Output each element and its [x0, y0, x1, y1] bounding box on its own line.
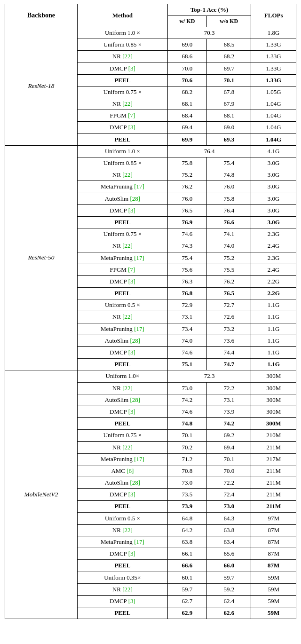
flops-cell: 4.1G [251, 145, 296, 157]
without-kd-cell: 74.2 [207, 418, 251, 430]
without-kd-cell: 70.1 [207, 453, 251, 465]
flops-cell: 211M [251, 465, 296, 477]
method-cell: DMCP [3] [78, 347, 168, 359]
without-kd-cell: 74.8 [207, 169, 251, 181]
without-kd-cell: 68.2 [207, 51, 251, 63]
with-kd-cell: 74.3 [167, 240, 206, 252]
with-kd-cell: 74.6 [167, 406, 206, 417]
with-kd-cell: 73.0 [167, 382, 206, 394]
method-cell: PEEL [78, 134, 168, 145]
method-cell: AMC [6] [78, 465, 168, 477]
with-kd-cell: 70.0 [167, 63, 206, 74]
method-cell: DMCP [3] [78, 204, 168, 216]
with-kd-cell: 70.1 [167, 430, 206, 441]
flops-cell: 2.2G [251, 288, 296, 299]
without-kd-cell: 73.6 [207, 335, 251, 346]
flops-cell: 2.3G [251, 228, 296, 240]
method-cell: NR [22] [78, 240, 168, 252]
with-kd-cell: 69.4 [167, 122, 206, 134]
method-cell: AutoSlim [28] [78, 193, 168, 204]
without-kd-cell: 72.2 [207, 382, 251, 394]
header-flops: FLOPs [251, 4, 296, 27]
flops-cell: 2.3G [251, 252, 296, 264]
with-kd-cell: 63.8 [167, 536, 206, 548]
without-kd-cell: 76.5 [207, 288, 251, 299]
method-cell: MetaPruning [17] [78, 181, 168, 193]
without-kd-cell: 69.3 [207, 134, 251, 145]
flops-cell: 1.04G [251, 122, 296, 134]
method-cell: Uniform 0.75 × [78, 430, 168, 441]
table-wrapper: Backbone Method Top-1 Acc (%) FLOPs w/ K… [0, 0, 301, 623]
method-cell: AutoSlim [28] [78, 477, 168, 489]
flops-cell: 3.0G [251, 157, 296, 169]
without-kd-cell: 62.6 [207, 607, 251, 619]
method-cell: Uniform 0.5 × [78, 512, 168, 524]
method-cell: PEEL [78, 288, 168, 299]
flops-cell: 59M [251, 583, 296, 595]
method-cell: Uniform 0.5 × [78, 299, 168, 311]
method-cell: Uniform 0.35× [78, 572, 168, 583]
method-cell: MetaPruning [17] [78, 252, 168, 264]
with-kd-cell: 71.2 [167, 453, 206, 465]
merged-acc-cell: 76.4 [167, 145, 251, 157]
method-cell: Uniform 1.0× [78, 370, 168, 382]
flops-cell: 1.33G [251, 39, 296, 51]
method-cell: PEEL [78, 560, 168, 572]
without-kd-cell: 73.9 [207, 406, 251, 417]
flops-cell: 59M [251, 607, 296, 619]
without-kd-cell: 72.7 [207, 299, 251, 311]
method-cell: FPGM [7] [78, 110, 168, 122]
flops-cell: 217M [251, 453, 296, 465]
with-kd-cell: 75.6 [167, 264, 206, 275]
method-cell: NR [22] [78, 441, 168, 453]
backbone-cell: ResNet-50 [5, 145, 78, 370]
method-cell: Uniform 0.85 × [78, 39, 168, 51]
method-cell: AutoSlim [28] [78, 335, 168, 346]
without-kd-cell: 69.2 [207, 430, 251, 441]
with-kd-cell: 68.4 [167, 110, 206, 122]
method-cell: Uniform 0.75 × [78, 228, 168, 240]
with-kd-cell: 70.6 [167, 74, 206, 86]
without-kd-cell: 76.2 [207, 275, 251, 287]
with-kd-cell: 69.0 [167, 39, 206, 51]
flops-cell: 3.0G [251, 181, 296, 193]
method-cell: PEEL [78, 501, 168, 512]
flops-cell: 87M [251, 560, 296, 572]
flops-cell: 1.1G [251, 359, 296, 370]
without-kd-cell: 73.2 [207, 323, 251, 335]
with-kd-cell: 73.0 [167, 477, 206, 489]
flops-cell: 300M [251, 382, 296, 394]
with-kd-cell: 73.1 [167, 311, 206, 323]
flops-cell: 1.1G [251, 311, 296, 323]
flops-cell: 210M [251, 430, 296, 441]
method-cell: DMCP [3] [78, 548, 168, 560]
flops-cell: 211M [251, 501, 296, 512]
flops-cell: 1.04G [251, 98, 296, 110]
method-cell: MetaPruning [17] [78, 453, 168, 465]
method-cell: Uniform 0.85 × [78, 157, 168, 169]
without-kd-cell: 63.8 [207, 524, 251, 536]
with-kd-cell: 66.6 [167, 560, 206, 572]
results-table: Backbone Method Top-1 Acc (%) FLOPs w/ K… [5, 4, 296, 619]
without-kd-cell: 74.7 [207, 359, 251, 370]
method-cell: DMCP [3] [78, 406, 168, 417]
without-kd-cell: 73.1 [207, 394, 251, 406]
flops-cell: 1.1G [251, 299, 296, 311]
merged-acc-cell: 72.3 [167, 370, 251, 382]
with-kd-cell: 73.9 [167, 501, 206, 512]
flops-cell: 211M [251, 441, 296, 453]
with-kd-cell: 74.0 [167, 335, 206, 346]
flops-cell: 1.04G [251, 110, 296, 122]
flops-cell: 300M [251, 418, 296, 430]
method-cell: Uniform 0.75 × [78, 86, 168, 98]
without-kd-cell: 66.0 [207, 560, 251, 572]
method-cell: DMCP [3] [78, 489, 168, 501]
without-kd-cell: 72.6 [207, 311, 251, 323]
with-kd-cell: 74.8 [167, 418, 206, 430]
method-cell: PEEL [78, 359, 168, 370]
flops-cell: 300M [251, 394, 296, 406]
with-kd-cell: 76.5 [167, 204, 206, 216]
method-cell: NR [22] [78, 524, 168, 536]
without-kd-cell: 73.0 [207, 501, 251, 512]
without-kd-cell: 76.4 [207, 204, 251, 216]
